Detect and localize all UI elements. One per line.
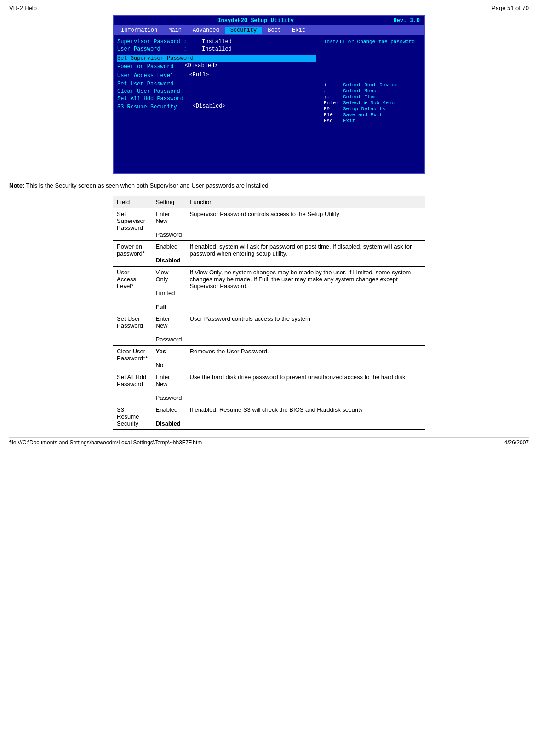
table-header-row: Field Setting Function xyxy=(113,196,425,208)
shortcut-f10: F10 Save and Exit xyxy=(324,112,421,118)
power-on-password-row: Power on Password <Disabled> xyxy=(117,63,316,71)
setting-clear-user: YesNo xyxy=(152,345,186,371)
function-set-user: User Password controls access to the sys… xyxy=(186,313,425,345)
bios-title-bar: InsydeH2O Setup Utility Rev. 3.0 xyxy=(114,16,424,26)
field-set-hdd: Set All HddPassword xyxy=(113,371,152,404)
bios-right-panel: Install or Change the password + - Selec… xyxy=(320,39,421,169)
function-user-access: If View Only, no system changes may be m… xyxy=(186,266,425,313)
bios-rev: Rev. 3.0 xyxy=(393,17,420,24)
setting-s3-resume: EnabledDisabled xyxy=(152,404,186,429)
power-on-password-value: <Disabled> xyxy=(184,63,217,71)
key-f9: F9 xyxy=(324,106,340,112)
set-supervisor-password[interactable]: Set Supervisor Password xyxy=(117,55,316,62)
function-clear-user: Removes the User Password. xyxy=(186,345,425,371)
table-row: Set UserPassword EnterNewPassword User P… xyxy=(113,313,425,345)
function-s3-resume: If enabled, Resume S3 will check the BIO… xyxy=(186,404,425,429)
shortcut-leftright: ←→ Select Menu xyxy=(324,88,421,94)
user-access-level-row: User Access Level <Full> xyxy=(117,72,316,80)
note-section: Note: This is the Security screen as see… xyxy=(9,181,529,190)
setting-power-on: EnabledDisabled xyxy=(152,240,186,266)
desc-f9: Setup Defaults xyxy=(343,106,385,112)
bios-body: Supervisor Password : Installed User Pas… xyxy=(114,35,424,173)
table-row: Set All HddPassword EnterNewPassword Use… xyxy=(113,371,425,404)
menu-boot[interactable]: Boot xyxy=(262,27,286,34)
key-updown: ↑↓ xyxy=(324,94,340,100)
shortcut-plusminus: + - Select Boot Device xyxy=(324,82,421,88)
col-header-setting: Setting xyxy=(152,196,186,208)
shortcut-f9: F9 Setup Defaults xyxy=(324,106,421,112)
s3-resume-security-row: S3 Resume Security <Disabled> xyxy=(117,103,316,111)
table-row: Power onpassword* EnabledDisabled If ena… xyxy=(113,240,425,266)
col-header-function: Function xyxy=(186,196,425,208)
field-set-user: Set UserPassword xyxy=(113,313,152,345)
power-on-password[interactable]: Power on Password xyxy=(117,63,173,70)
info-table: Field Setting Function SetSupervisorPass… xyxy=(113,196,425,430)
shortcut-esc: Esc Exit xyxy=(324,118,421,124)
supervisor-password-row: Supervisor Password : Installed xyxy=(117,39,316,45)
field-power-on: Power onpassword* xyxy=(113,240,152,266)
bios-screenshot: InsydeH2O Setup Utility Rev. 3.0 Informa… xyxy=(113,15,425,174)
user-access-level-value: <Full> xyxy=(189,72,209,80)
key-plusminus: + - xyxy=(324,82,340,88)
page-title-left: VR-2 Help xyxy=(9,5,37,11)
bios-help-text: Install or Change the password xyxy=(324,39,421,45)
key-esc: Esc xyxy=(324,118,340,124)
menu-exit[interactable]: Exit xyxy=(286,27,311,34)
field-s3-resume: S3 ResumeSecurity xyxy=(113,404,152,429)
table-row: Clear UserPassword** YesNo Removes the U… xyxy=(113,345,425,371)
s3-resume-security[interactable]: S3 Resume Security xyxy=(117,104,177,110)
bios-menu-bar: Information Main Advanced Security Boot … xyxy=(114,26,424,35)
field-set-supervisor: SetSupervisorPassword xyxy=(113,208,152,240)
footer-date: 4/26/2007 xyxy=(504,439,529,446)
menu-advanced[interactable]: Advanced xyxy=(187,27,225,34)
desc-enter: Select ► Sub-Menu xyxy=(343,100,395,106)
setting-user-access: ViewOnlyLimitedFull xyxy=(152,266,186,313)
set-user-password[interactable]: Set User Password xyxy=(117,81,316,87)
note-prefix: Note: xyxy=(9,182,24,189)
desc-esc: Exit xyxy=(343,118,355,124)
table-row: UserAccessLevel* ViewOnlyLimitedFull If … xyxy=(113,266,425,313)
desc-updown: Select Item xyxy=(343,94,377,100)
setting-set-supervisor: EnterNewPassword xyxy=(152,208,186,240)
key-f10: F10 xyxy=(324,112,340,118)
clear-user-password[interactable]: Clear User Password xyxy=(117,88,316,95)
function-set-hdd: Use the hard disk drive password to prev… xyxy=(186,371,425,404)
shortcut-enter: Enter Select ► Sub-Menu xyxy=(324,100,421,106)
set-all-hdd-password[interactable]: Set All Hdd Password xyxy=(117,96,316,102)
footer-path: file:///C:\Documents and Settings\harwoo… xyxy=(9,439,202,446)
menu-security[interactable]: Security xyxy=(225,27,263,34)
function-set-supervisor: Supervisor Password controls access to t… xyxy=(186,208,425,240)
supervisor-password-value: Installed xyxy=(202,39,232,45)
s3-resume-security-value: <Disabled> xyxy=(193,103,226,111)
bios-title: InsydeH2O Setup Utility xyxy=(118,17,393,24)
page-title-right: Page 51 of 70 xyxy=(492,5,529,11)
setting-set-hdd: EnterNewPassword xyxy=(152,371,186,404)
menu-main[interactable]: Main xyxy=(163,27,187,34)
note-text: This is the Security screen as seen when… xyxy=(24,182,270,189)
desc-leftright: Select Menu xyxy=(343,88,377,94)
function-power-on: If enabled, system will ask for password… xyxy=(186,240,425,266)
page-header: VR-2 Help Page 51 of 70 xyxy=(9,5,529,11)
bios-left-panel: Supervisor Password : Installed User Pas… xyxy=(117,39,316,169)
key-enter: Enter xyxy=(324,100,340,106)
shortcut-updown: ↑↓ Select Item xyxy=(324,94,421,100)
field-user-access: UserAccessLevel* xyxy=(113,266,152,313)
desc-plusminus: Select Boot Device xyxy=(343,82,398,88)
key-leftright: ←→ xyxy=(324,88,340,94)
setting-set-user: EnterNewPassword xyxy=(152,313,186,345)
page-footer: file:///C:\Documents and Settings\harwoo… xyxy=(9,437,529,446)
menu-information[interactable]: Information xyxy=(115,27,163,34)
supervisor-password-label: Supervisor Password : xyxy=(117,39,200,45)
user-password-label: User Password : xyxy=(117,46,200,52)
user-password-value: Installed xyxy=(202,46,232,52)
user-access-level[interactable]: User Access Level xyxy=(117,73,173,79)
user-password-row: User Password : Installed xyxy=(117,46,316,52)
col-header-field: Field xyxy=(113,196,152,208)
table-row: S3 ResumeSecurity EnabledDisabled If ena… xyxy=(113,404,425,429)
bios-shortcuts: + - Select Boot Device ←→ Select Menu ↑↓… xyxy=(324,82,421,124)
table-row: SetSupervisorPassword EnterNewPassword S… xyxy=(113,208,425,240)
desc-f10: Save and Exit xyxy=(343,112,383,118)
field-clear-user: Clear UserPassword** xyxy=(113,345,152,371)
